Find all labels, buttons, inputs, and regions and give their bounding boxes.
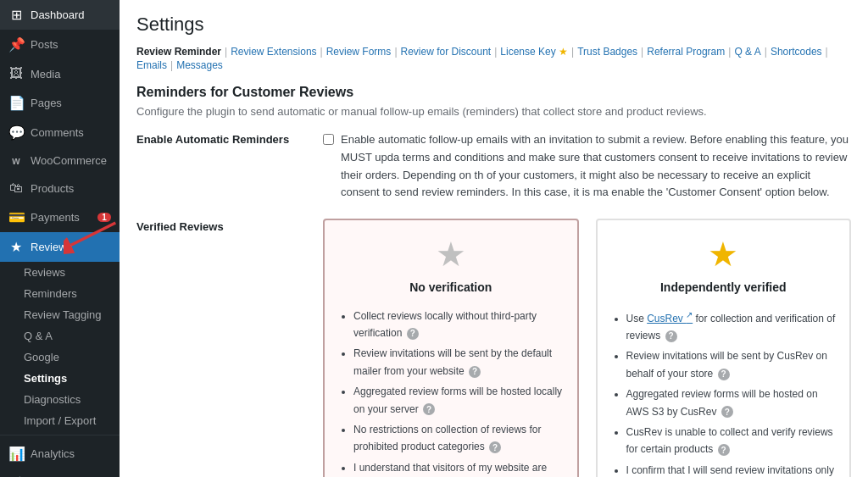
sidebar-item-pages[interactable]: 📄 Pages [0,88,120,118]
sidebar-item-payments[interactable]: 💳 Payments 1 [0,202,120,232]
sidebar-item-analytics[interactable]: 📊 Analytics [0,439,120,469]
reviews-icon: ★ [8,239,24,255]
help-icon[interactable]: ? [665,330,677,342]
section-heading: Reminders for Customer Reviews [136,85,851,100]
no-verification-star: ★ [436,237,466,271]
verified-reviews-content: ★ No verification Collect reviews locall… [323,219,851,477]
verification-cards: ★ No verification Collect reviews locall… [323,219,851,477]
star-icon: ★ [559,46,568,58]
tab-referral-program[interactable]: Referral Program [647,46,725,58]
sidebar-divider [0,435,120,435]
tab-license-key[interactable]: License Key ★ [500,46,568,58]
pages-icon: 📄 [8,95,24,111]
submenu-import-export[interactable]: Import / Export [0,410,120,431]
tab-messages[interactable]: Messages [176,59,223,71]
sidebar-item-comments[interactable]: 💬 Comments [0,118,120,147]
enable-reminders-row: Enable Automatic Reminders Enable automa… [136,131,851,202]
page-title: Settings [136,14,851,36]
sidebar-label-dashboard: Dashboard [31,8,111,21]
cusrev-link[interactable]: CusRev ↗ [647,313,693,324]
sidebar-item-posts[interactable]: 📌 Posts [0,30,120,59]
verified-reviews-label: Verified Reviews [136,219,306,233]
sidebar-label-posts: Posts [31,38,111,51]
no-verification-title: No verification [338,278,564,297]
sidebar-item-dashboard[interactable]: ⊞ Dashboard [0,0,120,30]
sidebar-item-marketing[interactable]: 📣 Marketing [0,469,120,477]
tab-review-discount[interactable]: Review for Discount [401,46,492,58]
tab-license-key-label: License Key [500,46,555,58]
sidebar-label-media: Media [31,68,111,80]
enable-reminders-checkbox[interactable] [323,134,334,145]
dashboard-icon: ⊞ [8,7,24,23]
tab-review-reminder[interactable]: Review Reminder [136,46,221,58]
sidebar-label-analytics: Analytics [31,447,111,460]
payments-badge: 1 [97,213,111,222]
verified-reviews-row: Verified Reviews ★ No verification Colle… [136,219,851,477]
submenu-qa[interactable]: Q & A [0,325,120,347]
list-item: Review invitations will be sent by the d… [353,345,564,380]
media-icon: 🖼 [8,66,24,81]
independently-verified-list: Use CusRev ↗ for collection and verifica… [611,308,837,477]
list-item: Aggregated review forms will be hosted l… [353,383,564,418]
woocommerce-icon: w [8,155,24,167]
independently-verified-title: Independently verified [611,278,837,297]
help-icon[interactable]: ? [718,444,730,456]
list-item: I understand that visitors of my website… [353,459,564,477]
help-icon[interactable]: ? [489,441,501,453]
sidebar-item-woocommerce[interactable]: w WooCommerce [0,147,120,174]
sidebar-label-comments: Comments [31,126,111,139]
list-item: No restrictions on collection of reviews… [353,421,564,456]
no-verification-star-container: ★ [338,237,564,271]
list-item: CusRev is unable to collect and verify r… [626,424,837,458]
analytics-icon: 📊 [8,446,24,462]
sidebar-label-woocommerce: WooCommerce [31,154,111,167]
submenu-google[interactable]: Google [0,347,120,368]
submenu-settings[interactable]: Settings [0,368,120,389]
enable-reminders-label: Enable Automatic Reminders [136,131,306,146]
sidebar-item-media[interactable]: 🖼 Media [0,59,120,88]
main-content: Settings Review Reminder | Review Extens… [120,0,868,477]
list-item: Collect reviews locally without third-pa… [353,308,564,342]
enable-reminders-checkbox-label[interactable]: Enable automatic follow-up emails with a… [323,131,851,202]
help-icon[interactable]: ? [423,403,435,415]
tab-qa[interactable]: Q & A [734,46,760,58]
tab-emails[interactable]: Emails [136,59,167,71]
card-independently-verified[interactable]: ★ Independently verified Use CusRev ↗ fo… [596,219,852,477]
tab-review-extensions[interactable]: Review Extensions [231,46,316,58]
payments-icon: 💳 [8,209,24,225]
tab-trust-badges[interactable]: Trust Badges [577,46,637,58]
submenu-review-tagging[interactable]: Review Tagging [0,304,120,325]
sidebar-label-payments: Payments [31,211,91,224]
section-description: Configure the plugin to send automatic o… [136,105,851,118]
list-item: I confirm that I will send review invita… [626,462,837,477]
no-verification-list: Collect reviews locally without third-pa… [338,308,564,477]
submenu-diagnostics[interactable]: Diagnostics [0,389,120,410]
enable-reminders-content: Enable automatic follow-up emails with a… [323,131,851,202]
comments-icon: 💬 [8,125,24,141]
independently-verified-star: ★ [708,237,738,271]
external-link-icon: ↗ [686,310,693,319]
submenu-reminders[interactable]: Reminders [0,283,120,304]
products-icon: 🛍 [8,180,24,196]
help-icon[interactable]: ? [469,366,481,378]
sidebar-label-pages: Pages [31,97,111,109]
tab-review-forms[interactable]: Review Forms [326,46,392,58]
list-item: Aggregated review forms will be hosted o… [626,385,837,420]
sidebar-label-products: Products [31,182,111,195]
help-icon[interactable]: ? [718,369,730,380]
sidebar-item-products[interactable]: 🛍 Products [0,174,120,202]
help-icon[interactable]: ? [721,406,733,418]
sidebar-item-reviews[interactable]: ★ Reviews [0,232,120,262]
tab-navigation: Review Reminder | Review Extensions | Re… [136,46,851,71]
posts-icon: 📌 [8,36,24,53]
sidebar: ⊞ Dashboard 📌 Posts 🖼 Media 📄 Pages 💬 Co… [0,0,120,477]
enable-reminders-text: Enable automatic follow-up emails with a… [341,131,851,202]
card-no-verification[interactable]: ★ No verification Collect reviews locall… [323,219,579,477]
submenu-reviews[interactable]: Reviews [0,262,120,283]
tab-shortcodes[interactable]: Shortcodes [771,46,822,58]
help-icon[interactable]: ? [407,328,419,340]
independently-verified-star-container: ★ [611,237,837,271]
list-item: Review invitations will be sent by CusRe… [626,347,837,382]
list-item: Use CusRev ↗ for collection and verifica… [626,308,837,345]
sidebar-label-reviews: Reviews [31,241,111,253]
